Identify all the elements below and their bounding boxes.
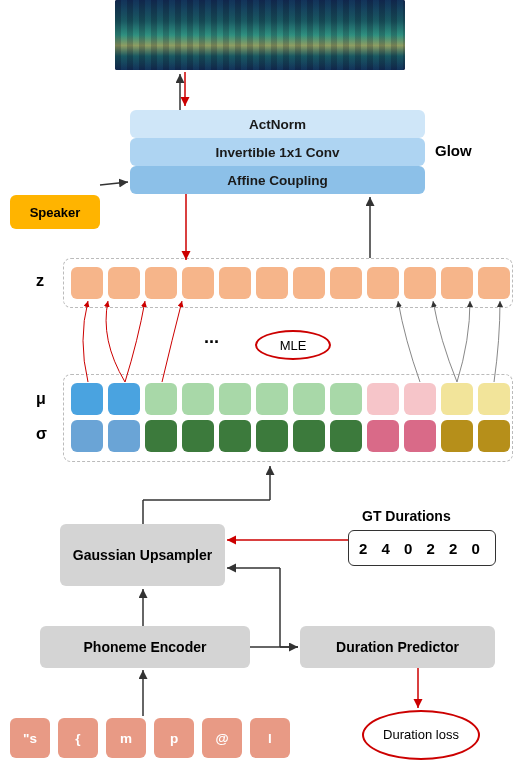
sigma-cell (330, 420, 362, 452)
sigma-label: σ (36, 425, 47, 443)
z-cell (330, 267, 362, 299)
sigma-cell (404, 420, 436, 452)
z-cell (145, 267, 177, 299)
gt-durations-value: 2 4 0 2 2 0 (359, 540, 485, 557)
duration-predictor: Duration Predictor (300, 626, 495, 668)
gt-durations-label: GT Durations (362, 508, 451, 524)
sigma-cell (367, 420, 399, 452)
phoneme-token: @ (202, 718, 242, 758)
sigma-cell (478, 420, 510, 452)
invconv-label: Invertible 1x1 Conv (216, 145, 340, 160)
glow-invconv: Invertible 1x1 Conv (130, 138, 425, 166)
z-cell (71, 267, 103, 299)
mu-cell (256, 383, 288, 415)
mu-cell (293, 383, 325, 415)
mu-cell (404, 383, 436, 415)
sigma-cell (293, 420, 325, 452)
sigma-cell (71, 420, 103, 452)
mle-label: MLE (280, 338, 307, 353)
mu-cell (367, 383, 399, 415)
phoneme-encoder-label: Phoneme Encoder (84, 639, 207, 655)
duration-predictor-label: Duration Predictor (336, 639, 459, 655)
mu-cell (478, 383, 510, 415)
svg-line-2 (100, 182, 128, 185)
mle-ellipse: MLE (255, 330, 331, 360)
mu-cell (219, 383, 251, 415)
z-cell (108, 267, 140, 299)
mu-cell (145, 383, 177, 415)
sigma-cell (219, 420, 251, 452)
sigma-cell (108, 420, 140, 452)
phoneme-token: "s (10, 718, 50, 758)
mu-cell (108, 383, 140, 415)
duration-loss-ellipse: Duration loss (362, 710, 480, 760)
actnorm-label: ActNorm (249, 117, 306, 132)
sigma-cell (441, 420, 473, 452)
mu-cell (441, 383, 473, 415)
z-cell (478, 267, 510, 299)
gt-durations-box: 2 4 0 2 2 0 (348, 530, 496, 566)
z-cell (256, 267, 288, 299)
phoneme-token: l (250, 718, 290, 758)
phoneme-token: { (58, 718, 98, 758)
duration-loss-label: Duration loss (383, 728, 459, 742)
gaussian-upsampler: Gaussian Upsampler (60, 524, 225, 586)
z-cell (441, 267, 473, 299)
phoneme-token: m (106, 718, 146, 758)
mu-cell (182, 383, 214, 415)
sigma-cell (145, 420, 177, 452)
gaussian-upsampler-label: Gaussian Upsampler (73, 547, 212, 564)
affine-label: Affine Coupling (227, 173, 327, 188)
glow-affine: Affine Coupling (130, 166, 425, 194)
sigma-cell (182, 420, 214, 452)
glow-label: Glow (435, 142, 472, 159)
ellipsis: ··· (204, 332, 219, 353)
spectrogram (115, 0, 405, 70)
phoneme-encoder: Phoneme Encoder (40, 626, 250, 668)
mu-cell (71, 383, 103, 415)
sigma-cell (256, 420, 288, 452)
z-cell (293, 267, 325, 299)
z-cell (404, 267, 436, 299)
speaker-label: Speaker (30, 205, 81, 220)
speaker-box: Speaker (10, 195, 100, 229)
mu-cell (330, 383, 362, 415)
z-cell (219, 267, 251, 299)
z-cell (367, 267, 399, 299)
z-cell (182, 267, 214, 299)
glow-actnorm: ActNorm (130, 110, 425, 138)
phoneme-token: p (154, 718, 194, 758)
mu-label: μ (36, 390, 46, 408)
z-label: z (36, 272, 44, 290)
